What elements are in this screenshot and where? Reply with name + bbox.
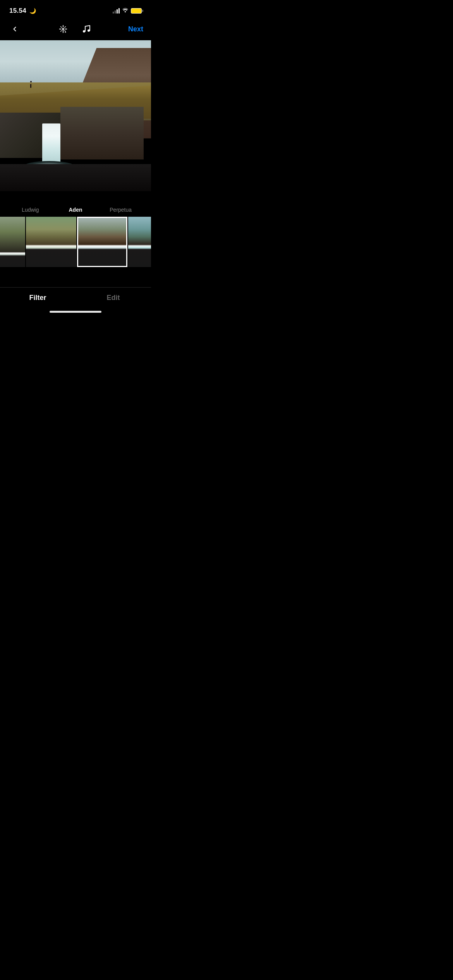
signal-icon	[113, 8, 120, 14]
svg-point-11	[88, 29, 90, 32]
moon-icon: 🌙	[29, 8, 36, 14]
thumb-partial-scene	[0, 217, 25, 267]
auto-enhance-button[interactable]: +	[56, 22, 70, 36]
water-bottom-layer	[0, 164, 151, 191]
status-time: 15.54	[9, 7, 26, 15]
home-indicator	[0, 305, 151, 318]
filter-thumb-partial-left[interactable]	[0, 217, 25, 267]
filter-thumb-perpetua[interactable]	[128, 217, 151, 267]
person-silhouette	[30, 84, 31, 88]
status-bar: 15.54 🌙	[0, 0, 151, 19]
filter-label-aden: Aden	[53, 207, 98, 213]
filter-thumbnails	[0, 217, 151, 267]
photo-scene	[0, 40, 151, 191]
nav-center-icons: +	[56, 22, 93, 36]
svg-line-8	[61, 31, 62, 32]
top-navigation: + Next	[0, 19, 151, 40]
main-image	[0, 40, 151, 191]
next-button[interactable]: Next	[128, 24, 143, 35]
thumb-aden-scene	[77, 217, 127, 267]
status-icons	[113, 7, 142, 14]
bottom-spacer	[0, 272, 151, 287]
tab-filter-label: Filter	[29, 294, 46, 302]
back-button[interactable]	[8, 22, 22, 36]
spacer	[0, 191, 151, 207]
filter-strip: Ludwig Aden Perpetua	[0, 207, 151, 272]
thumb-perpetua-scene	[128, 217, 151, 267]
svg-line-5	[61, 27, 62, 28]
tab-edit-label: Edit	[107, 294, 120, 302]
wifi-icon	[122, 7, 129, 14]
filter-thumb-aden[interactable]	[77, 217, 127, 267]
filter-labels: Ludwig Aden Perpetua	[0, 207, 151, 217]
filter-label-perpetua: Perpetua	[98, 207, 143, 213]
tab-edit[interactable]: Edit	[76, 294, 151, 302]
filter-label-ludwig: Ludwig	[8, 207, 53, 213]
waterfall-layer	[42, 123, 60, 166]
filter-thumb-ludwig[interactable]	[26, 217, 76, 267]
svg-line-7	[65, 27, 66, 28]
cliff-right-layer	[60, 107, 144, 160]
tab-filter[interactable]: Filter	[0, 294, 76, 302]
home-bar	[50, 311, 101, 313]
music-button[interactable]	[79, 22, 93, 36]
bottom-tab-bar: Filter Edit	[0, 287, 151, 305]
svg-text:+: +	[65, 31, 67, 34]
svg-rect-4	[62, 28, 65, 30]
battery-icon	[131, 8, 142, 14]
thumb-ludwig-scene	[26, 217, 76, 267]
svg-point-10	[83, 30, 85, 33]
